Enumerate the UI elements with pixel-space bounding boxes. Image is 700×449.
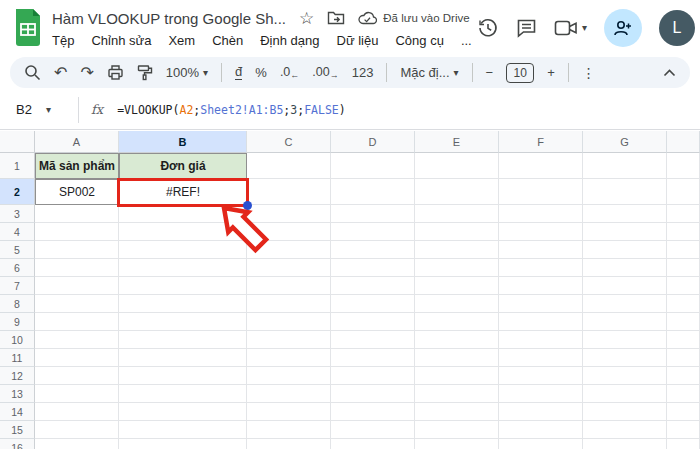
cell-E4[interactable] [415, 223, 499, 241]
cell-B1[interactable]: Đơn giá [119, 153, 247, 179]
cell-E11[interactable] [415, 349, 499, 367]
cell-A4[interactable] [35, 223, 119, 241]
document-title[interactable]: Hàm VLOOKUP trong Google Sh... [52, 10, 286, 27]
cell-A9[interactable] [35, 313, 119, 331]
column-header-C[interactable]: C [247, 131, 331, 153]
cell-D11[interactable] [331, 349, 415, 367]
cell-A10[interactable] [35, 331, 119, 349]
cell-H11[interactable] [667, 349, 700, 367]
cell-F13[interactable] [499, 385, 583, 403]
cell-H10[interactable] [667, 331, 700, 349]
cell-D12[interactable] [331, 367, 415, 385]
cell-H4[interactable] [667, 223, 700, 241]
cell-F5[interactable] [499, 241, 583, 259]
cell-D15[interactable] [331, 421, 415, 439]
undo-icon[interactable]: ↶ [54, 65, 67, 81]
cell-F11[interactable] [499, 349, 583, 367]
cell-F12[interactable] [499, 367, 583, 385]
cell-B13[interactable] [119, 385, 247, 403]
cell-A15[interactable] [35, 421, 119, 439]
cell-A1[interactable]: Mã sản phẩm [35, 153, 119, 179]
cell-B15[interactable] [119, 421, 247, 439]
cell-G15[interactable] [583, 421, 667, 439]
cell-G9[interactable] [583, 313, 667, 331]
cell-B12[interactable] [119, 367, 247, 385]
row-header-8[interactable]: 8 [0, 295, 35, 313]
increase-font-size-button[interactable]: + [547, 65, 555, 80]
cell-G7[interactable] [583, 277, 667, 295]
redo-icon[interactable]: ↷ [80, 65, 93, 81]
cell-C13[interactable] [247, 385, 331, 403]
cell-H3[interactable] [667, 205, 700, 223]
chevron-down-icon[interactable]: ▾ [582, 23, 587, 33]
cell-C10[interactable] [247, 331, 331, 349]
cell-H7[interactable] [667, 277, 700, 295]
column-header-D[interactable]: D [331, 131, 415, 153]
cell-D10[interactable] [331, 331, 415, 349]
cell-D13[interactable] [331, 385, 415, 403]
column-header-partial[interactable] [667, 131, 700, 153]
cell-E3[interactable] [415, 205, 499, 223]
cell-H6[interactable] [667, 259, 700, 277]
meet-call-control[interactable]: ▾ [554, 19, 587, 37]
cell-E12[interactable] [415, 367, 499, 385]
cell-G1[interactable] [583, 153, 667, 179]
cell-D2[interactable] [331, 179, 415, 205]
column-header-A[interactable]: A [35, 131, 119, 153]
increase-decimal-button[interactable]: .00→ [312, 65, 338, 80]
spreadsheet-grid[interactable]: ABCDEFG1Mã sản phẩmĐơn giá2SP002#REF!345… [0, 131, 700, 449]
menu-item-2[interactable]: Chỉnh sửa [91, 33, 151, 48]
cell-F14[interactable] [499, 403, 583, 421]
cell-H9[interactable] [667, 313, 700, 331]
cell-G10[interactable] [583, 331, 667, 349]
menu-item-1[interactable]: Tệp [52, 33, 74, 48]
cell-G12[interactable] [583, 367, 667, 385]
menu-item-7[interactable]: Công cụ [395, 33, 443, 48]
cell-E6[interactable] [415, 259, 499, 277]
cell-A7[interactable] [35, 277, 119, 295]
cell-D14[interactable] [331, 403, 415, 421]
paint-format-icon[interactable] [137, 64, 153, 81]
cell-F16[interactable] [499, 439, 583, 449]
row-header-9[interactable]: 9 [0, 313, 35, 331]
more-options-icon[interactable]: ⋮ [582, 65, 596, 81]
cell-B8[interactable] [119, 295, 247, 313]
grid-corner-box[interactable] [0, 131, 35, 153]
row-header-3[interactable]: 3 [0, 205, 35, 223]
cell-D7[interactable] [331, 277, 415, 295]
cell-C8[interactable] [247, 295, 331, 313]
cell-H2[interactable] [667, 179, 700, 205]
cell-C9[interactable] [247, 313, 331, 331]
search-icon[interactable] [24, 64, 41, 81]
cell-H13[interactable] [667, 385, 700, 403]
cell-A3[interactable] [35, 205, 119, 223]
cell-C14[interactable] [247, 403, 331, 421]
cell-F8[interactable] [499, 295, 583, 313]
version-history-icon[interactable] [477, 17, 499, 39]
cell-A5[interactable] [35, 241, 119, 259]
cell-E9[interactable] [415, 313, 499, 331]
cell-C11[interactable] [247, 349, 331, 367]
cell-G11[interactable] [583, 349, 667, 367]
cell-D9[interactable] [331, 313, 415, 331]
row-header-11[interactable]: 11 [0, 349, 35, 367]
column-header-F[interactable]: F [499, 131, 583, 153]
cell-D1[interactable] [331, 153, 415, 179]
cell-E5[interactable] [415, 241, 499, 259]
cell-D16[interactable] [331, 439, 415, 449]
row-header-10[interactable]: 10 [0, 331, 35, 349]
row-header-14[interactable]: 14 [0, 403, 35, 421]
cell-F2[interactable] [499, 179, 583, 205]
cell-A16[interactable] [35, 439, 119, 449]
cell-H1[interactable] [667, 153, 700, 179]
decrease-font-size-button[interactable]: − [486, 65, 494, 80]
column-header-E[interactable]: E [415, 131, 499, 153]
cell-B10[interactable] [119, 331, 247, 349]
cell-G14[interactable] [583, 403, 667, 421]
decrease-decimal-button[interactable]: .0← [280, 65, 299, 80]
menu-item-8[interactable]: ... [461, 33, 472, 48]
cell-E1[interactable] [415, 153, 499, 179]
cell-C1[interactable] [247, 153, 331, 179]
saved-status[interactable]: Đã lưu vào Drive [358, 11, 469, 25]
cell-F7[interactable] [499, 277, 583, 295]
